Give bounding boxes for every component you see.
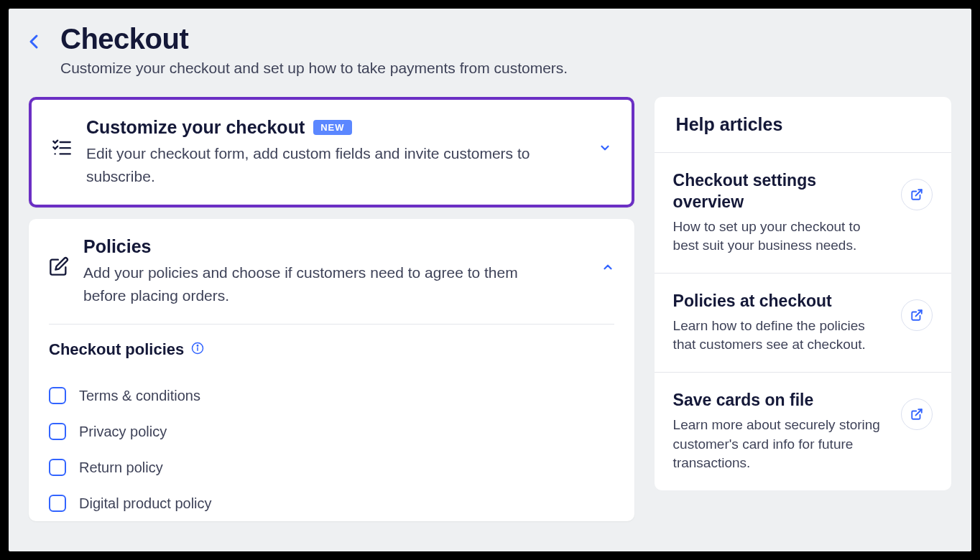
policy-item-privacy[interactable]: Privacy policy bbox=[49, 414, 614, 449]
customize-checkout-card[interactable]: Customize your checkout NEW Edit your ch… bbox=[29, 97, 634, 207]
svg-line-9 bbox=[916, 409, 922, 415]
card-header[interactable]: Policies Add your policies and choose if… bbox=[29, 219, 634, 324]
external-link-button[interactable] bbox=[901, 398, 933, 430]
card-header: Customize your checkout NEW Edit your ch… bbox=[32, 100, 632, 205]
help-text: Checkout settings overview How to set up… bbox=[673, 170, 889, 256]
section-title-row: Checkout policies bbox=[49, 340, 614, 359]
help-text: Policies at checkout Learn how to define… bbox=[673, 291, 889, 355]
checkbox[interactable] bbox=[49, 459, 66, 476]
content-row: Customize your checkout NEW Edit your ch… bbox=[29, 97, 951, 533]
policy-label: Digital product policy bbox=[79, 495, 212, 512]
policy-item-terms[interactable]: Terms & conditions bbox=[49, 378, 614, 414]
help-title: Policies at checkout bbox=[673, 291, 889, 312]
chevron-left-icon bbox=[29, 33, 40, 50]
svg-line-8 bbox=[916, 310, 922, 316]
external-link-icon bbox=[910, 188, 923, 201]
policy-item-return[interactable]: Return policy bbox=[49, 449, 614, 485]
page-title: Checkout bbox=[60, 23, 951, 55]
external-link-icon bbox=[910, 408, 923, 421]
new-badge: NEW bbox=[313, 120, 351, 135]
policy-label: Privacy policy bbox=[79, 424, 167, 440]
help-heading: Help articles bbox=[655, 97, 951, 153]
edit-document-icon bbox=[49, 256, 69, 276]
policy-label: Return policy bbox=[79, 459, 163, 476]
policy-list: Terms & conditions Privacy policy Return… bbox=[49, 378, 614, 521]
help-desc: Learn more about securely storing custom… bbox=[673, 416, 889, 473]
chevron-up-icon bbox=[601, 261, 614, 274]
help-item-save-cards[interactable]: Save cards on file Learn more about secu… bbox=[655, 373, 951, 490]
policies-card: Policies Add your policies and choose if… bbox=[29, 219, 634, 521]
page-header: Checkout Customize your checkout and set… bbox=[29, 23, 951, 77]
external-link-icon bbox=[910, 309, 923, 322]
policy-label: Terms & conditions bbox=[79, 388, 200, 404]
card-text: Policies Add your policies and choose if… bbox=[83, 236, 587, 307]
help-desc: Learn how to define the policies that cu… bbox=[673, 317, 889, 355]
help-articles-panel: Help articles Checkout settings overview… bbox=[655, 97, 951, 490]
external-link-button[interactable] bbox=[901, 179, 933, 210]
policies-card-title: Policies bbox=[83, 236, 587, 257]
help-item-overview[interactable]: Checkout settings overview How to set up… bbox=[655, 153, 951, 274]
checklist-icon bbox=[52, 137, 72, 157]
right-column: Help articles Checkout settings overview… bbox=[655, 97, 951, 533]
checkout-policies-title: Checkout policies bbox=[49, 340, 184, 359]
svg-point-6 bbox=[198, 345, 199, 347]
help-desc: How to set up your checkout to best suit… bbox=[673, 218, 889, 256]
svg-line-7 bbox=[916, 190, 922, 195]
help-title: Save cards on file bbox=[673, 390, 889, 411]
left-column: Customize your checkout NEW Edit your ch… bbox=[29, 97, 634, 533]
back-button[interactable] bbox=[29, 33, 40, 53]
policy-item-digital[interactable]: Digital product policy bbox=[49, 485, 614, 521]
checkout-policies-section: Checkout policies Terms & conditions Pri bbox=[29, 325, 634, 521]
customize-card-title: Customize your checkout bbox=[86, 117, 305, 138]
help-text: Save cards on file Learn more about secu… bbox=[673, 390, 889, 473]
page-subtitle: Customize your checkout and set up how t… bbox=[60, 60, 951, 77]
chevron-down-icon bbox=[598, 141, 611, 154]
info-icon[interactable] bbox=[191, 342, 204, 358]
title-block: Checkout Customize your checkout and set… bbox=[60, 23, 951, 77]
checkbox[interactable] bbox=[49, 423, 66, 440]
collapse-toggle[interactable] bbox=[601, 261, 614, 276]
expand-toggle[interactable] bbox=[598, 141, 611, 157]
external-link-button[interactable] bbox=[901, 299, 933, 331]
customize-card-desc: Edit your checkout form, add custom fiel… bbox=[86, 142, 532, 187]
card-text: Customize your checkout NEW Edit your ch… bbox=[86, 117, 584, 187]
help-item-policies[interactable]: Policies at checkout Learn how to define… bbox=[655, 274, 951, 373]
checkbox[interactable] bbox=[49, 387, 66, 404]
card-title-row: Customize your checkout NEW bbox=[86, 117, 584, 138]
checkbox[interactable] bbox=[49, 495, 66, 512]
policies-card-desc: Add your policies and choose if customer… bbox=[83, 261, 529, 307]
page-frame: Checkout Customize your checkout and set… bbox=[9, 9, 971, 551]
help-title: Checkout settings overview bbox=[673, 170, 889, 213]
